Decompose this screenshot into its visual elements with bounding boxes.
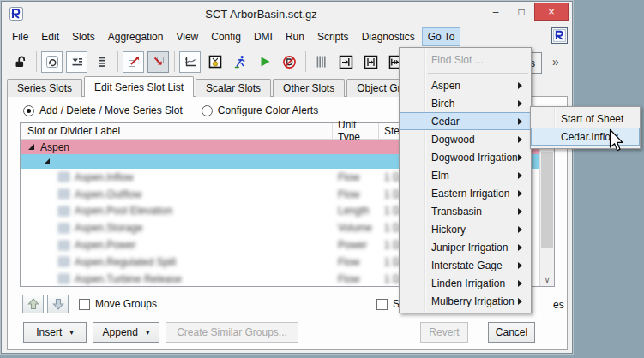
move-groups-label: Move Groups (95, 298, 157, 310)
unit-type: Flow (338, 256, 359, 268)
column-header-slot-label[interactable]: Slot or Divider Label (21, 123, 333, 139)
tab-series-slots[interactable]: Series Slots (7, 79, 82, 97)
menu-item-interstate-gage[interactable]: Interstate Gage (400, 256, 531, 274)
menu-diagnostics[interactable]: Diagnostics (356, 27, 421, 46)
create-similar-groups-button[interactable]: Create Similar Groups... (166, 322, 298, 343)
sync-button[interactable] (41, 51, 63, 73)
submenu-arrow-icon (518, 208, 522, 215)
create-similar-groups-label: Create Similar Groups... (177, 326, 287, 338)
run-control-button[interactable] (229, 51, 250, 73)
menu-separator (428, 73, 528, 74)
no-diagnostics-icon (282, 55, 297, 69)
submenu-arrow-icon (518, 136, 522, 143)
menu-item-cedar[interactable]: Cedar (400, 112, 531, 130)
open-sct-button[interactable] (204, 51, 226, 73)
menu-item-linden-irrigation[interactable]: Linden Irrigation (400, 274, 531, 292)
submenu-arrow-icon (518, 226, 522, 233)
menu-edit[interactable]: Edit (35, 27, 65, 46)
expanded-branch-icon[interactable] (44, 158, 50, 164)
fit-column-button[interactable] (335, 51, 357, 73)
submenu-arrow-icon (518, 82, 522, 89)
dropdown-caret-icon: ▾ (69, 328, 74, 337)
toolbar-separator (174, 51, 175, 72)
plot-button[interactable] (179, 51, 201, 73)
start-run-button[interactable] (254, 51, 275, 73)
menu-item-find-slot[interactable]: Find Slot ... (400, 50, 531, 70)
revert-button[interactable]: Revert (420, 322, 468, 343)
menu-view[interactable]: View (170, 27, 204, 46)
up-arrow-icon (27, 298, 39, 310)
menu-file[interactable]: File (6, 27, 34, 46)
tab-other-slots[interactable]: Other Slots (273, 79, 345, 97)
submenu-arrow-icon (518, 100, 522, 107)
expanded-branch-icon[interactable] (28, 144, 34, 150)
show-checkbox-row: S (376, 298, 400, 310)
list-view-button[interactable] (91, 51, 112, 73)
configure-color-alerts-radio[interactable] (202, 105, 213, 116)
tab-scalar-slots[interactable]: Scalar Slots (196, 79, 271, 97)
expand-cells-button[interactable] (123, 51, 144, 73)
menu-item-transbasin[interactable]: Transbasin (400, 202, 531, 220)
riverware-app-icon (9, 7, 23, 21)
slot-label: Aspen.Pool Elevation (75, 205, 172, 217)
scrollbar-thumb[interactable] (541, 152, 553, 248)
title-bar[interactable]: SCT ArborBasin.sct.gz – □ × (2, 2, 572, 26)
add-delete-move-radio[interactable] (23, 105, 34, 116)
toolbar-overflow-chevron[interactable]: » (552, 55, 559, 69)
insert-button[interactable]: Insert ▾ (23, 322, 87, 343)
toolbar-separator (305, 51, 306, 72)
submenu-item-start-of-sheet[interactable]: Start of Sheet (531, 110, 640, 128)
unit-type: Flow (338, 171, 359, 183)
menu-item-dogwood-irrigation[interactable]: Dogwood Irrigation (400, 148, 531, 166)
append-button[interactable]: Append ▾ (93, 322, 159, 343)
mouse-cursor-icon (608, 128, 625, 153)
move-down-button[interactable] (47, 295, 69, 313)
minimize-button[interactable]: – (483, 3, 509, 21)
show-gridlines-button[interactable] (310, 51, 332, 73)
menu-goto[interactable]: Go To (422, 27, 461, 46)
show-checkbox[interactable] (376, 299, 388, 310)
tab-edit-series-slot-list[interactable]: Edit Series Slot List (84, 76, 194, 97)
close-button[interactable]: × (534, 3, 569, 21)
scroll-down-icon[interactable]: ∨ (540, 273, 554, 286)
menu-config[interactable]: Config (205, 27, 247, 46)
submenu-arrow-icon (518, 298, 522, 305)
menu-item-hickory[interactable]: Hickory (400, 220, 531, 238)
submenu-arrow-icon (518, 154, 522, 161)
collapse-all-icon (70, 55, 84, 69)
cancel-button[interactable]: Cancel (488, 322, 535, 343)
slot-icon (58, 224, 69, 233)
menu-item-birch[interactable]: Birch (400, 94, 531, 112)
menu-run[interactable]: Run (280, 27, 310, 46)
menu-item-mulberry-irrigation[interactable]: Mulberry Irrigation (400, 292, 531, 310)
submenu-arrow-icon (518, 118, 522, 125)
submenu-arrow-icon (518, 244, 522, 251)
column-header-unit-type[interactable]: Unit Type (333, 123, 379, 139)
move-groups-checkbox[interactable] (79, 299, 90, 310)
toolbar-separator (36, 51, 37, 72)
menu-scripts[interactable]: Scripts (311, 27, 355, 46)
slot-label: Aspen.Inflow (75, 171, 134, 183)
menu-aggregation[interactable]: Aggregation (102, 27, 170, 46)
move-up-button[interactable] (22, 295, 44, 313)
lock-toggle-button[interactable] (9, 51, 31, 73)
fit-visible-button[interactable] (360, 51, 382, 73)
riverware-badge-icon[interactable] (551, 27, 568, 44)
menu-dmi[interactable]: DMI (248, 27, 279, 46)
list-icon (95, 55, 109, 69)
menu-item-aspen[interactable]: Aspen (400, 76, 531, 94)
unit-type: Length (338, 205, 370, 217)
menu-item-dogwood[interactable]: Dogwood (400, 130, 531, 148)
window-title: SCT ArborBasin.sct.gz (53, 8, 469, 21)
menu-item-juniper-irrigation[interactable]: Juniper Irrigation (400, 238, 531, 256)
menu-item-elm[interactable]: Elm (400, 166, 531, 184)
disable-diagnostics-button[interactable] (279, 51, 300, 73)
menu-bar: File Edit Slots Aggregation View Config … (2, 26, 572, 47)
menu-item-eastern-irrigation[interactable]: Eastern Irrigation (400, 184, 531, 202)
submenu-arrow-icon (518, 280, 522, 287)
maximize-button[interactable]: □ (509, 3, 534, 21)
table-vertical-scrollbar[interactable]: ∧ ∨ (539, 140, 554, 286)
shrink-cells-button[interactable] (147, 51, 169, 73)
collapse-all-button[interactable] (66, 51, 87, 73)
menu-slots[interactable]: Slots (66, 27, 101, 46)
